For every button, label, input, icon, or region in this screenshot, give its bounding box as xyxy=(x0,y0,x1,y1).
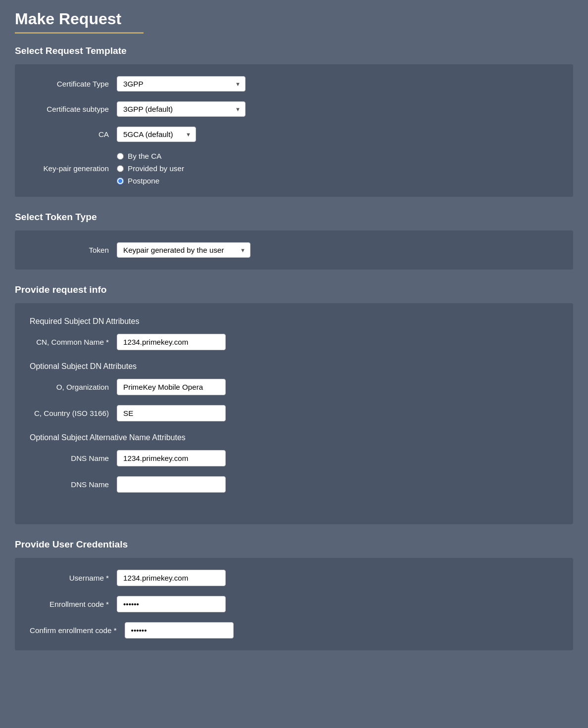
radio-by-ca-input[interactable] xyxy=(117,153,124,160)
required-subject-dn-title: Required Subject DN Attributes xyxy=(30,317,558,326)
token-section-title: Select Token Type xyxy=(15,212,573,223)
org-label: O, Organization xyxy=(30,383,109,391)
confirm-enrollment-input[interactable] xyxy=(125,622,234,638)
token-select-wrapper: Keypair generated by the user xyxy=(117,242,250,258)
radio-provided-by-user-label: Provided by user xyxy=(128,164,184,173)
enrollment-code-row: Enrollment code * xyxy=(30,596,558,612)
certificate-type-select[interactable]: 3GPP xyxy=(117,76,245,91)
token-label: Token xyxy=(30,246,109,254)
radio-provided-by-user-input[interactable] xyxy=(117,165,124,172)
enrollment-code-label: Enrollment code * xyxy=(30,600,109,608)
cn-row: CN, Common Name * xyxy=(30,334,558,350)
radio-postpone-label: Postpone xyxy=(128,177,159,185)
org-input[interactable] xyxy=(117,379,226,395)
dns-name-row-1: DNS Name xyxy=(30,450,558,466)
country-input[interactable] xyxy=(117,405,226,421)
radio-by-ca-label: By the CA xyxy=(128,152,161,160)
country-row: C, Country (ISO 3166) xyxy=(30,405,558,421)
optional-subject-dn-title: Optional Subject DN Attributes xyxy=(30,362,558,371)
credentials-section-title: Provide User Credentials xyxy=(15,539,573,550)
optional-san-title: Optional Subject Alternative Name Attrib… xyxy=(30,433,558,442)
certificate-subtype-label: Certificate subtype xyxy=(30,105,109,113)
dns-name-input-2[interactable] xyxy=(117,476,226,493)
confirm-enrollment-row: Confirm enrollment code * xyxy=(30,622,558,638)
token-row: Token Keypair generated by the user xyxy=(30,242,558,258)
ca-label: CA xyxy=(30,130,109,138)
keypair-row: Key-pair generation By the CA Provided b… xyxy=(30,152,558,185)
ca-select[interactable]: 5GCA (default) xyxy=(117,127,196,142)
token-card: Token Keypair generated by the user xyxy=(15,230,573,270)
certificate-type-label: Certificate Type xyxy=(30,80,109,88)
token-section: Select Token Type Token Keypair generate… xyxy=(15,212,573,270)
keypair-label: Key-pair generation xyxy=(30,164,109,173)
cn-label: CN, Common Name * xyxy=(30,338,109,346)
certificate-subtype-row: Certificate subtype 3GPP (default) xyxy=(30,101,558,117)
cn-input[interactable] xyxy=(117,334,226,350)
ca-select-wrapper: 5GCA (default) xyxy=(117,127,196,142)
token-select[interactable]: Keypair generated by the user xyxy=(117,242,250,258)
dns-name-input-1[interactable] xyxy=(117,450,226,466)
ca-row: CA 5GCA (default) xyxy=(30,127,558,142)
certificate-subtype-select[interactable]: 3GPP (default) xyxy=(117,101,245,117)
request-info-section: Provide request info Required Subject DN… xyxy=(15,284,573,524)
radio-by-ca[interactable]: By the CA xyxy=(117,152,184,160)
dns-name-row-2: DNS Name xyxy=(30,476,558,493)
request-info-card: Required Subject DN Attributes CN, Commo… xyxy=(15,303,573,524)
dns-name-label-1: DNS Name xyxy=(30,454,109,462)
certificate-type-row: Certificate Type 3GPP xyxy=(30,76,558,91)
username-row: Username * xyxy=(30,570,558,586)
page-title: Make Request xyxy=(15,10,573,28)
keypair-radio-group: By the CA Provided by user Postpone xyxy=(117,152,184,185)
enrollment-code-input[interactable] xyxy=(117,596,226,612)
dns-name-label-2: DNS Name xyxy=(30,480,109,489)
title-divider xyxy=(15,32,144,34)
certificate-subtype-select-wrapper: 3GPP (default) xyxy=(117,101,245,117)
template-section: Select Request Template Certificate Type… xyxy=(15,46,573,197)
certificate-type-select-wrapper: 3GPP xyxy=(117,76,245,91)
credentials-section: Provide User Credentials Username * Enro… xyxy=(15,539,573,650)
country-label: C, Country (ISO 3166) xyxy=(30,409,109,417)
bottom-spacer xyxy=(30,502,558,512)
page-container: Make Request Select Request Template Cer… xyxy=(0,0,588,675)
radio-postpone[interactable]: Postpone xyxy=(117,177,184,185)
confirm-enrollment-label: Confirm enrollment code * xyxy=(30,626,117,635)
template-card: Certificate Type 3GPP Certificate subtyp… xyxy=(15,64,573,197)
template-section-title: Select Request Template xyxy=(15,46,573,56)
credentials-card: Username * Enrollment code * Confirm enr… xyxy=(15,558,573,650)
radio-postpone-input[interactable] xyxy=(117,178,124,184)
username-input[interactable] xyxy=(117,570,226,586)
username-label: Username * xyxy=(30,574,109,582)
request-info-section-title: Provide request info xyxy=(15,284,573,295)
org-row: O, Organization xyxy=(30,379,558,395)
radio-provided-by-user[interactable]: Provided by user xyxy=(117,164,184,173)
